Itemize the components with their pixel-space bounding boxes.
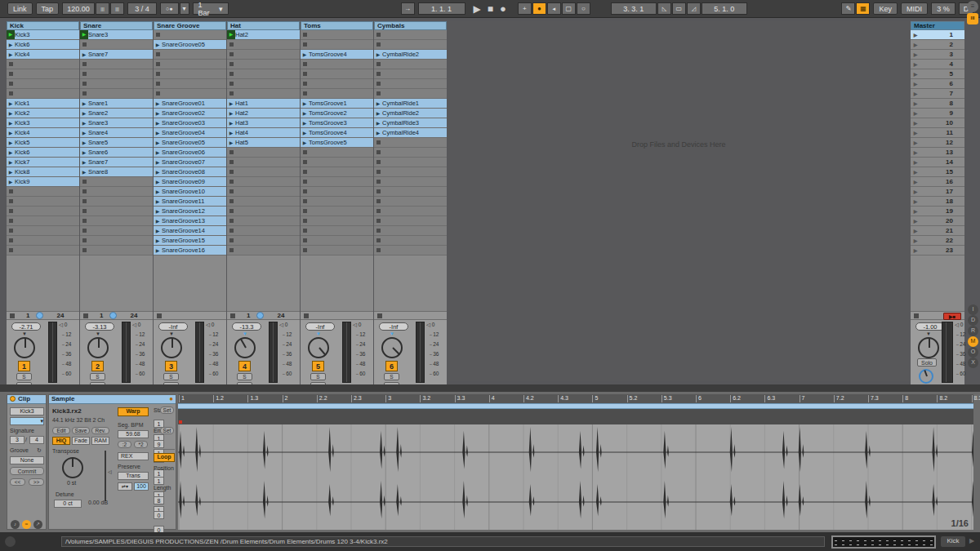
tap-tempo-button[interactable]: Tap — [36, 2, 60, 15]
scene-slot[interactable]: ▶18 — [911, 197, 964, 207]
clip-stop-slot[interactable] — [7, 79, 79, 89]
clip-play-icon[interactable]: ▶ — [154, 149, 162, 155]
length-value[interactable]: 8 — [154, 496, 164, 504]
key-map-button[interactable]: Key — [873, 2, 898, 15]
scene-slot[interactable]: ▶20 — [911, 216, 964, 226]
clip-stop-slot[interactable] — [154, 79, 226, 89]
clip-slot[interactable]: ▶Snare6 — [80, 148, 153, 158]
metronome-icon[interactable]: ○● — [160, 2, 178, 15]
scene-slot[interactable]: ▶1 — [911, 30, 964, 40]
clip-play-icon[interactable]: ▶ — [80, 51, 88, 57]
clip-play-icon[interactable]: ▶ — [227, 120, 235, 126]
track-title[interactable]: Snare Groove — [154, 21, 226, 30]
clip-stop-slot[interactable] — [227, 246, 300, 256]
clip-slot[interactable]: ▶TomsGroove4 — [301, 50, 373, 60]
clip-stop-slot[interactable] — [374, 197, 447, 207]
reverse-button[interactable]: Rev. — [91, 427, 109, 434]
solo-button[interactable]: S — [237, 373, 252, 380]
clip-name-field[interactable]: Kick3 — [10, 407, 44, 415]
scene-slot[interactable]: ▶19 — [911, 207, 964, 216]
scene-play-icon[interactable]: ▶ — [911, 159, 920, 165]
scene-slot[interactable]: ▶21 — [911, 226, 964, 236]
clip-play-icon[interactable]: ▶ — [374, 120, 382, 126]
clip-play-icon[interactable]: ▶ — [80, 30, 88, 39]
clip-slot[interactable]: ▶Kick6 — [7, 148, 79, 158]
sample-path-field[interactable]: /Volumes/SAMPLES/DIEGUIS PRODUCTIONS/ZEN… — [61, 536, 825, 547]
scene-slot[interactable]: ▶7 — [911, 89, 964, 99]
solo-button[interactable]: S — [16, 373, 32, 380]
stop-all-clips-button[interactable]: ▶■ — [943, 313, 961, 320]
envelope-tab[interactable]: ↗ — [33, 520, 42, 529]
clip-stop-slot[interactable] — [7, 246, 79, 256]
clip-stop-slot[interactable] — [301, 148, 373, 158]
scene-slot[interactable]: ▶3 — [911, 50, 964, 60]
clip-stop-slot[interactable] — [374, 69, 447, 79]
scene-slot[interactable]: ▶11 — [911, 128, 964, 138]
draw-mode-icon[interactable]: ✎ — [841, 2, 855, 15]
clip-slot[interactable]: ▶SnareGroove09 — [154, 177, 226, 187]
clip-stop-slot[interactable] — [374, 158, 447, 167]
clip-stop-slot[interactable] — [301, 236, 373, 246]
clip-stop-slot[interactable] — [7, 69, 79, 79]
clip-slot[interactable]: ▶Snare3 — [80, 118, 153, 128]
loop-button[interactable]: Loop — [154, 453, 175, 462]
clip-slot[interactable]: ▶Kick8 — [7, 167, 79, 177]
clip-slot[interactable]: ▶Kick4 — [7, 128, 79, 138]
clip-slot[interactable]: ▶SnareGroove03 — [154, 118, 226, 128]
clip-stop-slot[interactable] — [301, 30, 373, 40]
clip-stop-slot[interactable] — [227, 148, 300, 158]
time-signature-field[interactable]: 3 / 4 — [127, 2, 157, 15]
warp-button[interactable]: Warp — [118, 407, 149, 416]
detune-field[interactable]: 0 ct — [54, 500, 82, 508]
clip-play-icon[interactable]: ▶ — [154, 120, 162, 126]
loop-switch-icon[interactable]: ▭ — [672, 2, 686, 15]
scene-play-icon[interactable]: ▶ — [911, 228, 920, 233]
clip-play-icon[interactable]: ▶ — [7, 51, 15, 57]
track-stop-button[interactable] — [10, 313, 15, 318]
metronome-chevron-icon[interactable]: ▾ — [180, 2, 189, 15]
clip-stop-slot[interactable] — [301, 207, 373, 216]
clip-stop-slot[interactable] — [80, 226, 153, 236]
clip-slot[interactable]: ▶Snare3 — [80, 30, 153, 40]
half-tempo-button[interactable]: :2 — [118, 441, 131, 448]
transpose-knob[interactable] — [62, 457, 83, 478]
clip-stop-slot[interactable] — [227, 79, 300, 89]
clip-stop-slot[interactable] — [80, 40, 153, 50]
clip-stop-slot[interactable] — [154, 30, 226, 40]
volume-value[interactable]: -2.71 — [11, 322, 41, 331]
nudge-down-icon[interactable]: ||| — [96, 2, 109, 15]
fold-icon[interactable]: ● — [169, 395, 173, 403]
scene-play-icon[interactable]: ▶ — [911, 238, 920, 243]
clip-stop-slot[interactable] — [80, 246, 153, 256]
scene-slot[interactable]: ▶12 — [911, 138, 964, 148]
clip-play-icon[interactable]: ▶ — [154, 228, 162, 233]
scene-play-icon[interactable]: ▶ — [911, 169, 920, 175]
position-value[interactable]: 1 — [154, 477, 164, 485]
clip-play-icon[interactable]: ▶ — [154, 140, 162, 145]
clip-slot[interactable]: ▶Snare7 — [80, 50, 153, 60]
scene-play-icon[interactable]: ▶ — [911, 130, 920, 136]
mixer-toggle-d[interactable]: D — [968, 315, 978, 326]
scene-play-icon[interactable]: ▶ — [911, 110, 920, 116]
clip-stop-slot[interactable] — [374, 187, 447, 197]
nudge-up-icon[interactable]: ||| — [110, 2, 124, 15]
clip-stop-slot[interactable] — [154, 60, 226, 69]
clip-play-icon[interactable]: ▶ — [80, 140, 88, 145]
fade-button[interactable]: Fade — [72, 437, 90, 445]
clip-slot[interactable]: ▶Kick2 — [7, 109, 79, 118]
clip-slot[interactable]: ▶SnareGroove15 — [154, 236, 226, 246]
transpose-value[interactable]: 0 st — [67, 480, 76, 486]
clip-stop-slot[interactable] — [374, 40, 447, 50]
clip-play-icon[interactable]: ▶ — [301, 100, 309, 106]
clip-slot[interactable]: ▶SnareGroove08 — [154, 167, 226, 177]
clip-play-icon[interactable]: ▶ — [7, 149, 15, 155]
master-volume-value[interactable]: -1.00 — [915, 322, 945, 331]
scene-slot[interactable]: ▶9 — [911, 109, 964, 118]
clip-stop-slot[interactable] — [7, 207, 79, 216]
session-record-icon[interactable]: ● — [532, 2, 546, 15]
clip-slot[interactable]: ▶Kick9 — [7, 177, 79, 187]
track-stop-button[interactable] — [377, 313, 382, 318]
scene-slot[interactable]: ▶10 — [911, 118, 964, 128]
clip-play-icon[interactable]: ▶ — [154, 247, 162, 253]
track-title[interactable]: Kick — [7, 21, 79, 30]
